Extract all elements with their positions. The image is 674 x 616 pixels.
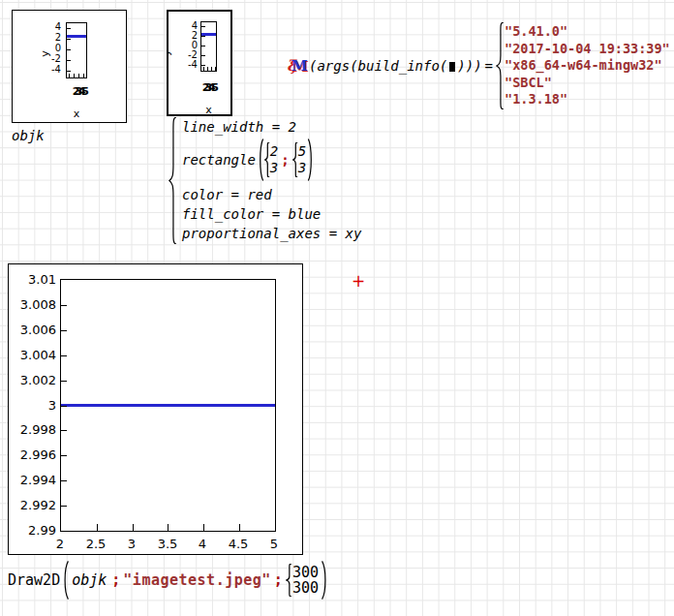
objk-variable[interactable]: objk: [12, 128, 45, 143]
result-lisp-name: "SBCL": [505, 75, 670, 92]
insertion-cursor-plus[interactable]: +: [352, 271, 365, 291]
x-axis-label: x: [66, 108, 87, 120]
tick-mark: [61, 305, 67, 306]
empty-placeholder-square[interactable]: [449, 62, 455, 72]
left-paren: [258, 139, 264, 181]
y-tick-label: 3.002: [12, 373, 56, 387]
y-tick-label: 4: [15, 21, 61, 32]
left-curly-brace: [168, 117, 177, 244]
plot-region-thumbnail-2[interactable]: 4 2 0 -2 -4 2345 x y: [167, 10, 232, 116]
rect-point1-y: 3: [270, 160, 278, 176]
y-axis-label: y: [167, 49, 172, 56]
draw2d-size-width: 300: [292, 565, 319, 580]
y-tick-label: 3.008: [12, 297, 56, 312]
tick-mark: [201, 55, 205, 56]
draw2d-arg-object: objk: [70, 571, 108, 589]
x-tick-label: 2.5: [77, 537, 115, 551]
result-platform: "x86_64-w64-mingw32": [505, 57, 670, 75]
argument-separator: ;: [108, 571, 123, 589]
main-plot-axes: [60, 279, 276, 532]
tick-mark: [61, 381, 67, 382]
worksheet-canvas[interactable]: 4 2 0 -2 -4 2345 x y 4 2 0 -2 -4 2345 x …: [0, 0, 674, 616]
setting-fill-color: fill_color = blue: [182, 204, 361, 224]
x-tick-label: 4: [183, 537, 222, 551]
tick-mark: [211, 67, 212, 71]
tick-mark: [67, 71, 71, 72]
tick-mark: [203, 67, 204, 71]
plot-region-main[interactable]: 3.01 3.008 3.006 3.004 3.002 3 2.998 2.9…: [8, 263, 303, 555]
argument-separator: ;: [271, 571, 286, 589]
y-tick-label: 3: [12, 398, 56, 413]
setting-line-width: line_width = 2: [182, 117, 361, 137]
y-tick-label: 2.992: [12, 498, 56, 512]
result-build-date: "2017-10-04 19:33:39": [505, 41, 670, 58]
tick-mark: [67, 28, 71, 29]
tick-mark: [69, 74, 70, 77]
result-version: "5.41.0": [505, 23, 670, 41]
lhs-text-post: ))): [457, 58, 481, 74]
result-lisp-version: "1.3.18": [505, 91, 670, 108]
left-curly-brace: [286, 564, 292, 597]
plot-region-thumbnail-1[interactable]: 4 2 0 -2 -4 2345 x y: [12, 10, 127, 123]
x-tick-label: 2: [41, 537, 79, 551]
maxima-logo-icon: ξM: [287, 57, 307, 75]
tick-mark: [168, 524, 168, 531]
tick-mark: [61, 430, 67, 431]
right-paren: [321, 561, 328, 600]
rectangle-function-name: rectangle: [182, 152, 256, 168]
y-tick-label: 2: [15, 32, 61, 43]
left-curly-brace: [496, 22, 505, 109]
build-info-result-list: "5.41.0" "2017-10-04 19:33:39" "x86_64-w…: [505, 23, 670, 108]
tick-mark: [207, 67, 208, 71]
draw2d-expression[interactable]: Draw2D objk ; "imagetest.jpeg" ; 300 300: [8, 559, 328, 601]
y-tick-label: 2.994: [12, 473, 56, 487]
maxima-build-info-expression[interactable]: ξM (args(build_info())) = "5.41.0" "2017…: [287, 19, 670, 112]
x-tick-label: 4.5: [219, 537, 258, 551]
tick-mark: [67, 39, 71, 40]
x-tick-labels-overlapping: 2345: [194, 81, 223, 94]
tick-mark: [78, 74, 79, 77]
x-tick-label: 3: [112, 537, 151, 551]
tick-mark: [201, 36, 205, 37]
setting-color: color = red: [182, 185, 361, 204]
tick-mark: [61, 406, 67, 407]
x-tick-label: 3.5: [148, 537, 187, 551]
y-tick-label: 2.99: [12, 523, 56, 538]
rect-point2-y: 3: [298, 160, 306, 176]
tick-mark: [74, 74, 75, 77]
left-paren: [62, 561, 70, 600]
y-axis-label: y: [39, 50, 51, 57]
y-tick-label: -4: [15, 64, 61, 75]
tick-mark: [215, 67, 216, 71]
y-tick-label: 2.996: [12, 447, 56, 462]
thumb1-axes: [66, 22, 87, 78]
tick-mark: [201, 65, 205, 66]
lhs-text-pre: (args(build_info(: [309, 58, 447, 74]
draw2d-function-name: Draw2D: [8, 571, 60, 589]
build-info-lhs: (args(build_info())): [309, 58, 482, 74]
y-tick-label: 3.006: [12, 323, 56, 337]
draw2d-filename-string: "imagetest.jpeg": [123, 571, 271, 589]
tick-mark: [239, 524, 240, 531]
y-tick-label: 2.998: [12, 422, 56, 437]
x-axis-label: x: [200, 104, 217, 116]
y-tick-label: 3.01: [12, 272, 56, 287]
tick-mark: [201, 46, 205, 46]
tick-mark: [61, 480, 67, 481]
draw2d-size-height: 300: [292, 580, 319, 596]
rect-point1-x: 2: [270, 143, 278, 160]
right-paren: [307, 139, 314, 181]
tick-mark: [61, 455, 67, 456]
tick-mark: [133, 524, 134, 531]
tick-mark: [67, 60, 71, 61]
plot-settings-list[interactable]: line_width = 2 rectangle 2 3 ; 5 3 color…: [168, 117, 361, 244]
y-tick-label: -4: [170, 59, 198, 70]
thumb1-data-line: [67, 35, 86, 38]
x-tick-label: 5: [255, 537, 293, 551]
argument-separator: ;: [278, 152, 291, 168]
tick-mark: [83, 74, 84, 77]
setting-rectangle: rectangle 2 3 ; 5 3: [182, 137, 361, 183]
tick-mark: [203, 524, 204, 531]
y-tick-label: 3.004: [12, 348, 56, 362]
x-tick-labels-overlapping: 2345: [63, 85, 94, 98]
